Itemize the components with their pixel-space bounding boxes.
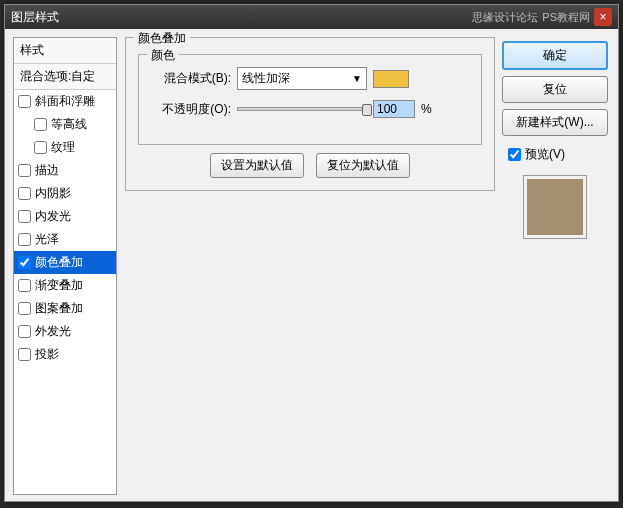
opacity-slider[interactable] <box>237 107 367 111</box>
reset-button[interactable]: 复位 <box>502 76 608 103</box>
opacity-row: 不透明度(O): % <box>151 100 469 118</box>
blend-mode-label: 混合模式(B): <box>151 70 231 87</box>
style-label-7: 颜色叠加 <box>35 254 83 271</box>
style-item-10[interactable]: 外发光 <box>14 320 116 343</box>
content-area: 样式 混合选项:自定 斜面和浮雕等高线纹理描边内阴影内发光光泽颜色叠加渐变叠加图… <box>5 29 618 501</box>
style-checkbox-2[interactable] <box>34 141 47 154</box>
opacity-unit: % <box>421 102 432 116</box>
style-label-8: 渐变叠加 <box>35 277 83 294</box>
ok-button[interactable]: 确定 <box>502 41 608 70</box>
style-label-11: 投影 <box>35 346 59 363</box>
style-item-2[interactable]: 纹理 <box>14 136 116 159</box>
opacity-input[interactable] <box>373 100 415 118</box>
style-label-5: 内发光 <box>35 208 71 225</box>
style-label-3: 描边 <box>35 162 59 179</box>
style-checkbox-11[interactable] <box>18 348 31 361</box>
make-default-button[interactable]: 设置为默认值 <box>210 153 304 178</box>
preview-label: 预览(V) <box>525 146 565 163</box>
sidebar-header[interactable]: 样式 <box>14 38 116 64</box>
style-checkbox-3[interactable] <box>18 164 31 177</box>
new-style-button[interactable]: 新建样式(W)... <box>502 109 608 136</box>
style-item-8[interactable]: 渐变叠加 <box>14 274 116 297</box>
blend-mode-select[interactable]: 线性加深 ▼ <box>237 67 367 90</box>
preview-toggle[interactable]: 预览(V) <box>502 146 608 163</box>
close-button[interactable]: × <box>594 8 612 26</box>
sidebar-subheader[interactable]: 混合选项:自定 <box>14 64 116 90</box>
right-panel: 确定 复位 新建样式(W)... 预览(V) <box>502 41 608 239</box>
style-item-9[interactable]: 图案叠加 <box>14 297 116 320</box>
watermark-1: 思缘设计论坛 <box>472 10 538 25</box>
style-checkbox-9[interactable] <box>18 302 31 315</box>
style-checkbox-0[interactable] <box>18 95 31 108</box>
style-label-1: 等高线 <box>51 116 87 133</box>
preview-checkbox[interactable] <box>508 148 521 161</box>
style-label-9: 图案叠加 <box>35 300 83 317</box>
titlebar-right: 思缘设计论坛 PS教程网 × <box>472 8 612 26</box>
blend-mode-row: 混合模式(B): 线性加深 ▼ <box>151 67 469 90</box>
style-checkbox-10[interactable] <box>18 325 31 338</box>
slider-thumb-icon[interactable] <box>362 104 372 116</box>
watermark-2: PS教程网 <box>542 10 590 25</box>
style-item-6[interactable]: 光泽 <box>14 228 116 251</box>
style-label-4: 内阴影 <box>35 185 71 202</box>
style-label-2: 纹理 <box>51 139 75 156</box>
style-checkbox-5[interactable] <box>18 210 31 223</box>
style-checkbox-4[interactable] <box>18 187 31 200</box>
style-item-4[interactable]: 内阴影 <box>14 182 116 205</box>
overlay-color-swatch[interactable] <box>373 70 409 88</box>
style-label-10: 外发光 <box>35 323 71 340</box>
default-buttons-row: 设置为默认值 复位为默认值 <box>138 153 482 178</box>
group-title: 颜色叠加 <box>134 30 190 47</box>
style-label-0: 斜面和浮雕 <box>35 93 95 110</box>
style-item-3[interactable]: 描边 <box>14 159 116 182</box>
style-item-1[interactable]: 等高线 <box>14 113 116 136</box>
style-checkbox-7[interactable] <box>18 256 31 269</box>
style-checkbox-6[interactable] <box>18 233 31 246</box>
close-icon: × <box>599 10 606 24</box>
color-group: 颜色 混合模式(B): 线性加深 ▼ 不透明度(O): <box>138 54 482 145</box>
style-item-7[interactable]: 颜色叠加 <box>14 251 116 274</box>
window-title: 图层样式 <box>11 9 59 26</box>
style-list: 斜面和浮雕等高线纹理描边内阴影内发光光泽颜色叠加渐变叠加图案叠加外发光投影 <box>14 90 116 366</box>
style-item-5[interactable]: 内发光 <box>14 205 116 228</box>
chevron-down-icon: ▼ <box>352 73 362 84</box>
reset-default-button[interactable]: 复位为默认值 <box>316 153 410 178</box>
main-panel: 颜色叠加 颜色 混合模式(B): 线性加深 ▼ 不透明度(O): <box>125 37 495 495</box>
preview-swatch <box>523 175 587 239</box>
style-label-6: 光泽 <box>35 231 59 248</box>
style-checkbox-1[interactable] <box>34 118 47 131</box>
styles-sidebar: 样式 混合选项:自定 斜面和浮雕等高线纹理描边内阴影内发光光泽颜色叠加渐变叠加图… <box>13 37 117 495</box>
style-item-0[interactable]: 斜面和浮雕 <box>14 90 116 113</box>
inner-title: 颜色 <box>147 47 179 64</box>
layer-style-dialog: 图层样式 思缘设计论坛 PS教程网 × 样式 混合选项:自定 斜面和浮雕等高线纹… <box>4 4 619 502</box>
style-checkbox-8[interactable] <box>18 279 31 292</box>
opacity-label: 不透明度(O): <box>151 101 231 118</box>
titlebar: 图层样式 思缘设计论坛 PS教程网 × <box>5 5 618 29</box>
style-item-11[interactable]: 投影 <box>14 343 116 366</box>
blend-mode-value: 线性加深 <box>242 70 290 87</box>
color-overlay-group: 颜色叠加 颜色 混合模式(B): 线性加深 ▼ 不透明度(O): <box>125 37 495 191</box>
